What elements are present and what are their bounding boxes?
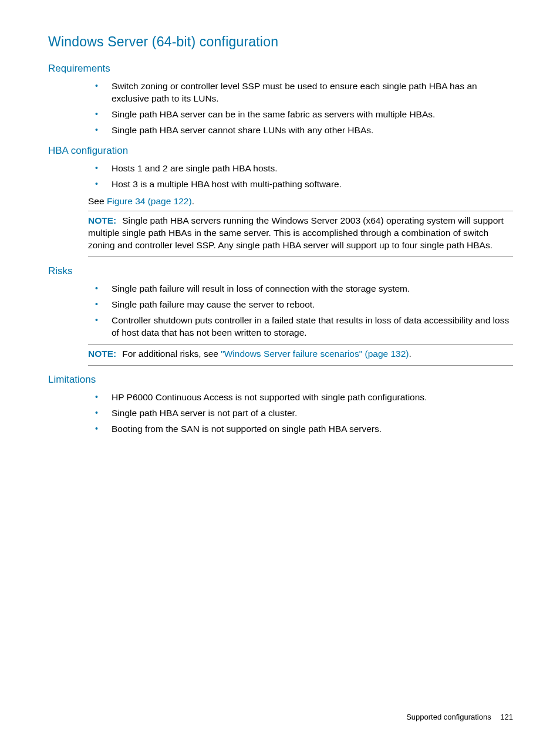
list-item: Single path failure may cause the server… bbox=[112, 299, 513, 311]
note-box-hba: NOTE:Single path HBA servers running the… bbox=[88, 211, 513, 257]
requirements-list: Switch zoning or controller level SSP mu… bbox=[88, 80, 513, 137]
list-item: Hosts 1 and 2 are single path HBA hosts. bbox=[112, 163, 513, 175]
requirements-block: Switch zoning or controller level SSP mu… bbox=[88, 80, 513, 137]
limitations-block: HP P6000 Continuous Access is not suppor… bbox=[88, 391, 513, 436]
page-footer: Supported configurations 121 bbox=[406, 713, 513, 721]
note-suffix: . bbox=[409, 349, 411, 359]
see-reference: See Figure 34 (page 122). bbox=[88, 195, 513, 208]
see-suffix: . bbox=[192, 196, 194, 206]
note-body: Single path HBA servers running the Wind… bbox=[88, 215, 504, 250]
page-title: Windows Server (64-bit) configuration bbox=[48, 34, 513, 50]
list-item: Booting from the SAN is not supported on… bbox=[112, 423, 513, 436]
hba-list: Hosts 1 and 2 are single path HBA hosts.… bbox=[88, 163, 513, 191]
scenarios-link[interactable]: "Windows Server failure scenarios" (page… bbox=[221, 349, 409, 359]
list-item: Host 3 is a multiple HBA host with multi… bbox=[112, 178, 513, 191]
list-item: Controller shutdown puts controller in a… bbox=[112, 315, 513, 339]
note-prefix: For additional risks, see bbox=[122, 349, 221, 359]
list-item: Single path failure will result in loss … bbox=[112, 283, 513, 295]
list-item: HP P6000 Continuous Access is not suppor… bbox=[112, 391, 513, 404]
heading-hba-configuration: HBA configuration bbox=[48, 145, 513, 157]
list-item: Single path HBA server cannot share LUNs… bbox=[112, 124, 513, 137]
hba-block: Hosts 1 and 2 are single path HBA hosts.… bbox=[88, 163, 513, 258]
note-label: NOTE: bbox=[88, 215, 116, 225]
heading-limitations: Limitations bbox=[48, 374, 513, 386]
list-item: Single path HBA server can be in the sam… bbox=[112, 109, 513, 121]
note-label: NOTE: bbox=[88, 349, 116, 359]
note-content: NOTE:For additional risks, see "Windows … bbox=[88, 348, 513, 360]
risks-block: Single path failure will result in loss … bbox=[88, 283, 513, 366]
footer-section: Supported configurations bbox=[406, 713, 491, 721]
see-prefix: See bbox=[88, 196, 107, 206]
heading-risks: Risks bbox=[48, 265, 513, 277]
note-box-risks: NOTE:For additional risks, see "Windows … bbox=[88, 344, 513, 366]
footer-page-number: 121 bbox=[500, 713, 513, 721]
list-item: Switch zoning or controller level SSP mu… bbox=[112, 80, 513, 105]
heading-requirements: Requirements bbox=[48, 63, 513, 75]
figure-link[interactable]: Figure 34 (page 122) bbox=[107, 196, 192, 206]
list-item: Single path HBA server is not part of a … bbox=[112, 407, 513, 420]
risks-list: Single path failure will result in loss … bbox=[88, 283, 513, 339]
limitations-list: HP P6000 Continuous Access is not suppor… bbox=[88, 391, 513, 436]
note-content: NOTE:Single path HBA servers running the… bbox=[88, 215, 513, 252]
